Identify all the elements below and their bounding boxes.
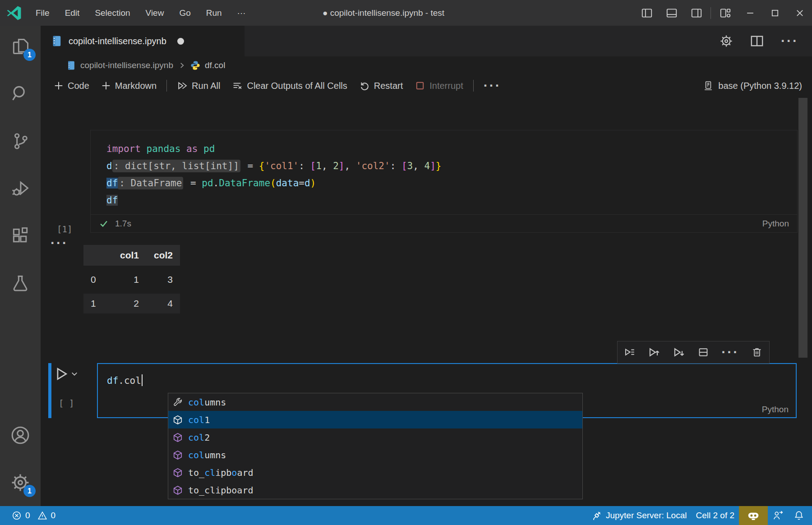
testing-icon[interactable] — [8, 271, 33, 296]
menu-selection[interactable]: Selection — [87, 8, 138, 18]
run-cells-above-icon[interactable] — [648, 346, 660, 359]
tab-bar: copilot-intellisense.ipynb ··· — [41, 26, 812, 56]
cell2-language[interactable]: Python — [762, 405, 789, 414]
menu-go[interactable]: Go — [171, 8, 198, 18]
code-token: pandas — [147, 143, 181, 154]
code-line[interactable]: import pandas as pd — [91, 140, 797, 157]
code-token: . — [118, 375, 124, 386]
table-cell: 3 — [146, 274, 180, 285]
minimize-button[interactable] — [738, 0, 762, 26]
split-editor-icon[interactable] — [750, 34, 764, 48]
table-index-cell: 0 — [83, 274, 112, 285]
menu-file[interactable]: File — [28, 8, 57, 18]
menu-[interactable]: ··· — [230, 8, 254, 18]
cell2-code-editor[interactable]: df.col — [98, 373, 796, 388]
explorer-icon[interactable]: 1 — [8, 34, 33, 59]
table-index-cell: 1 — [83, 298, 112, 309]
notebook-canvas[interactable]: import pandas as pdd: dict[str, list[int… — [41, 97, 812, 506]
code-token: : dict[str, list[int]] — [112, 160, 240, 172]
settings-gear-icon[interactable]: 1 — [8, 470, 33, 495]
editor-settings-gear-icon[interactable] — [720, 34, 733, 48]
suggest-label: col1 — [188, 414, 210, 425]
run-all-button[interactable]: Run All — [171, 77, 226, 94]
code-cell-1[interactable]: import pandas as pdd: dict[str, list[int… — [90, 130, 798, 233]
menu-view[interactable]: View — [138, 8, 172, 18]
suggest-item[interactable]: columns — [168, 393, 582, 411]
code-line[interactable]: d: dict[str, list[int]] = {'col1': [1, 2… — [91, 157, 797, 175]
vscode-logo-icon — [0, 5, 28, 22]
toggle-sidebar-icon[interactable] — [634, 0, 659, 26]
suggest-label-part: 1 — [204, 414, 210, 425]
toggle-secondary-sidebar-icon[interactable] — [684, 0, 709, 26]
feedback-button[interactable] — [768, 506, 789, 525]
cell-position-indicator[interactable]: Cell 2 of 2 — [691, 506, 739, 525]
field-icon — [172, 450, 183, 461]
code-token: . — [213, 178, 219, 189]
code-token: DataFrame — [219, 178, 270, 189]
suggest-item[interactable]: columns — [168, 446, 582, 464]
editor-scrollbar[interactable] — [798, 98, 807, 358]
suggest-label-part: ard — [237, 467, 253, 478]
table-cell: 1 — [112, 274, 146, 285]
problems-indicator[interactable]: 0 0 — [7, 506, 60, 525]
code-token: : DataFrame — [118, 177, 183, 189]
table-cell: 2 — [112, 298, 146, 309]
add-code-cell-button[interactable]: Code — [48, 77, 95, 94]
kernel-picker[interactable]: base (Python 3.9.12) — [697, 77, 805, 94]
tab-notebook[interactable]: copilot-intellisense.ipynb — [41, 26, 245, 56]
editor-actions: ··· — [720, 26, 812, 56]
copilot-status-button[interactable] — [739, 506, 768, 525]
run-cells-below-icon[interactable] — [673, 346, 685, 359]
notifications-bell-icon[interactable] — [789, 506, 812, 525]
customize-layout-icon[interactable] — [713, 0, 738, 26]
breadcrumb-file[interactable]: copilot-intellisense.ipynb — [80, 60, 173, 70]
suggest-item[interactable]: col1 — [168, 411, 582, 428]
code-token — [198, 143, 203, 154]
maximize-button[interactable] — [762, 0, 787, 26]
code-token: = — [299, 178, 304, 189]
search-icon[interactable] — [8, 81, 33, 106]
breadcrumb-symbol[interactable]: df.col — [205, 60, 225, 70]
split-cell-icon[interactable] — [697, 346, 709, 358]
toggle-panel-icon[interactable] — [659, 0, 684, 26]
code-token: { — [259, 161, 265, 171]
suggest-item[interactable]: col2 — [168, 428, 582, 446]
source-control-icon[interactable] — [8, 129, 33, 154]
code-token: 3 — [407, 161, 413, 171]
toolbar-more-actions[interactable]: ··· — [478, 77, 507, 94]
extensions-icon[interactable] — [8, 223, 33, 249]
account-icon[interactable] — [8, 423, 33, 448]
menu-edit[interactable]: Edit — [57, 8, 88, 18]
delete-cell-icon[interactable] — [751, 346, 763, 358]
code-token: 4 — [424, 161, 430, 171]
modified-indicator[interactable] — [177, 38, 184, 45]
feedback-person-icon — [772, 510, 784, 521]
suggest-label: to_clipboard — [188, 467, 254, 478]
suggest-label: columns — [188, 397, 226, 408]
kernel-server-icon — [703, 80, 714, 91]
error-icon — [12, 511, 22, 520]
restart-kernel-button[interactable]: Restart — [353, 77, 409, 94]
add-markdown-cell-button[interactable]: Markdown — [95, 77, 162, 94]
suggest-item[interactable]: to_clipboard — [168, 464, 582, 481]
cell-more-actions[interactable]: ··· — [721, 348, 739, 357]
editor-more-actions[interactable]: ··· — [781, 37, 798, 46]
output-more-actions[interactable]: ··· — [51, 239, 68, 248]
table-row: 013 — [83, 270, 180, 290]
interrupt-button[interactable]: Interrupt — [409, 77, 469, 94]
execute-by-line-icon[interactable] — [624, 346, 636, 358]
chevron-right-icon — [178, 61, 186, 69]
cell1-language[interactable]: Python — [762, 219, 789, 229]
editor-group: copilot-intellisense.ipynb ··· copilot-i… — [41, 26, 812, 506]
run-debug-icon[interactable] — [8, 176, 33, 201]
run-cell-button[interactable] — [53, 366, 78, 382]
jupyter-server-indicator[interactable]: Jupyter Server: Local — [587, 506, 692, 525]
suggest-item[interactable]: to_clipboard — [168, 481, 582, 499]
close-window-button[interactable] — [787, 0, 812, 26]
code-line[interactable]: df: DataFrame = pd.DataFrame(data=d) — [91, 175, 797, 192]
field-icon — [172, 485, 183, 496]
code-line[interactable]: df — [91, 192, 797, 209]
menu-run[interactable]: Run — [198, 8, 230, 18]
cell1-code-editor[interactable]: import pandas as pdd: dict[str, list[int… — [91, 130, 797, 214]
clear-outputs-button[interactable]: Clear Outputs of All Cells — [226, 77, 353, 94]
